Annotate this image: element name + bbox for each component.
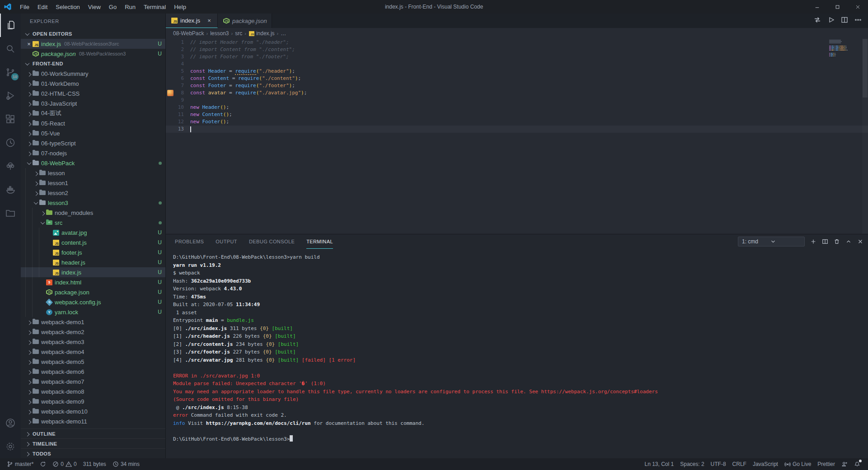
- terminal-shell-selector[interactable]: 1: cmd: [738, 237, 805, 247]
- code-line-4[interactable]: 4: [166, 60, 868, 68]
- notifications[interactable]: [851, 461, 863, 468]
- close-icon[interactable]: ×: [25, 41, 33, 47]
- minimize-window-button[interactable]: [807, 0, 827, 14]
- breadcrumb-item[interactable]: …: [281, 30, 286, 37]
- tree-item-content-js[interactable]: JScontent.jsU: [21, 237, 165, 247]
- section-outline[interactable]: OUTLINE: [21, 428, 165, 438]
- tree-item-webpack-demo10[interactable]: webpack-demo10: [21, 406, 165, 416]
- tree-item-webpack-demo5[interactable]: webpack-demo5: [21, 357, 165, 367]
- tree-item-webpack-demo7[interactable]: webpack-demo7: [21, 377, 165, 386]
- code-line-8[interactable]: 8const avatar = require("./avatar.jpg");: [166, 89, 868, 97]
- new-terminal-button[interactable]: [810, 238, 816, 245]
- code-line-2[interactable]: 2// import Content from "./content";: [166, 46, 868, 53]
- tree-item-02-html-css[interactable]: 02-HTML-CSS: [21, 88, 165, 98]
- workspace-section-header[interactable]: FRONT-END: [21, 59, 165, 69]
- tree-item-yarn-lock[interactable]: Yyarn.lockU: [21, 307, 165, 317]
- activity-project-manager[interactable]: [0, 201, 21, 225]
- breadcrumb-item[interactable]: lesson3: [210, 30, 229, 37]
- git-branch-status[interactable]: master*: [4, 458, 37, 470]
- tree-item-lesson3[interactable]: lesson3: [21, 198, 165, 208]
- code-line-11[interactable]: 11new Content();: [166, 111, 868, 118]
- code-line-10[interactable]: 10new Header();: [166, 104, 868, 111]
- tree-item-04[interactable]: 04-面试: [21, 108, 165, 118]
- activity-account[interactable]: [0, 411, 21, 435]
- tree-item-lesson1[interactable]: lesson1: [21, 178, 165, 188]
- close-panel-button[interactable]: [857, 238, 863, 245]
- sync-status[interactable]: [37, 458, 49, 470]
- tree-item-webpack-demo8[interactable]: webpack-demo8: [21, 386, 165, 396]
- minimap[interactable]: [829, 40, 861, 58]
- problems-status[interactable]: 00: [49, 458, 80, 470]
- activity-todo-tree[interactable]: [0, 154, 21, 178]
- tree-item-webpack-demo9[interactable]: webpack-demo9: [21, 396, 165, 406]
- open-editor-index-js[interactable]: ×JSindex.js08-WebPack\lesson3\srcU: [21, 39, 165, 49]
- go-live[interactable]: Go Live: [781, 461, 814, 467]
- tree-item-05-react[interactable]: 05-React: [21, 118, 165, 128]
- more-actions-button[interactable]: [854, 16, 862, 25]
- cursor-position[interactable]: Ln 13, Col 1: [641, 461, 677, 467]
- menu-help[interactable]: Help: [170, 2, 190, 12]
- activity-run-debug[interactable]: [0, 84, 21, 107]
- activity-extensions[interactable]: [0, 107, 21, 131]
- split-terminal-button[interactable]: [822, 238, 828, 245]
- prettier[interactable]: Prettier: [814, 461, 838, 467]
- tree-item-package-json[interactable]: JSpackage.jsonU: [21, 287, 165, 297]
- activity-settings[interactable]: [0, 435, 21, 458]
- menu-run[interactable]: Run: [121, 2, 139, 12]
- file-size-status[interactable]: 311 bytes: [80, 458, 109, 470]
- code-line-9[interactable]: 9: [166, 97, 868, 104]
- split-editor-button[interactable]: [841, 16, 848, 25]
- tab-index-js[interactable]: JSindex.js×: [166, 14, 218, 28]
- section-timeline[interactable]: TIMELINE: [21, 438, 165, 448]
- open-editors-header[interactable]: OPEN EDITORS: [21, 29, 165, 39]
- tab-package-json[interactable]: JSpackage.json: [218, 14, 272, 28]
- scrollbar-thumb[interactable]: [863, 39, 868, 98]
- close-icon[interactable]: ×: [206, 17, 213, 24]
- encoding[interactable]: UTF-8: [708, 461, 729, 467]
- section-todos[interactable]: TODOS: [21, 448, 165, 458]
- menu-terminal[interactable]: Terminal: [140, 2, 169, 12]
- tree-item-lesson[interactable]: lesson: [21, 168, 165, 178]
- code-line-1[interactable]: 1// import Header from "./header";: [166, 39, 868, 46]
- tree-item-03-javascript[interactable]: 03-JavaScript: [21, 98, 165, 108]
- code-line-6[interactable]: 6const Content = require("./content");: [166, 75, 868, 82]
- timeline-status[interactable]: 34 mins: [109, 458, 143, 470]
- language-mode[interactable]: JavaScript: [750, 461, 781, 467]
- breadcrumb-item[interactable]: 08-WebPack: [173, 30, 204, 37]
- feedback[interactable]: [838, 461, 851, 467]
- tree-item-index-js[interactable]: JSindex.jsU: [21, 267, 165, 277]
- tree-item-header-js[interactable]: JSheader.jsU: [21, 257, 165, 267]
- breadcrumb-item[interactable]: index.js: [256, 30, 275, 37]
- tree-item-webpack-demo1[interactable]: webpack-demo1: [21, 317, 165, 327]
- tree-item-05-vue[interactable]: 05-Vue: [21, 128, 165, 138]
- code-editor[interactable]: 1// import Header from "./header";2// im…: [166, 39, 868, 234]
- activity-explorer[interactable]: [0, 14, 21, 37]
- tree-item-08-webpack[interactable]: 08-WebPack: [21, 158, 165, 168]
- panel-tab-output[interactable]: OUTPUT: [216, 234, 237, 249]
- panel-tab-problems[interactable]: PROBLEMS: [175, 234, 204, 249]
- panel-tab-terminal[interactable]: TERMINAL: [306, 234, 333, 249]
- code-line-13[interactable]: 13: [166, 126, 868, 133]
- tree-item-node-modules[interactable]: node_modules: [21, 208, 165, 218]
- tree-item-webpack-demo2[interactable]: webpack-demo2: [21, 327, 165, 337]
- maximize-panel-button[interactable]: [845, 238, 852, 245]
- panel-tab-debug-console[interactable]: DEBUG CONSOLE: [249, 234, 295, 249]
- open-editor-package-json[interactable]: JSpackage.json08-WebPack\lesson3U: [21, 49, 165, 59]
- code-line-3[interactable]: 3// import Footer from "./footer";: [166, 53, 868, 60]
- tree-item-00-worksummary[interactable]: 00-WorkSummary: [21, 69, 165, 79]
- maximize-window-button[interactable]: [827, 0, 848, 14]
- code-line-5[interactable]: 5const Header = require("./header");: [166, 68, 868, 75]
- activity-source-control[interactable]: 10: [0, 60, 21, 84]
- indentation[interactable]: Spaces: 2: [677, 461, 707, 467]
- menu-file[interactable]: File: [16, 2, 33, 12]
- tree-item-07-nodejs[interactable]: 07-nodejs: [21, 148, 165, 158]
- tree-item-06-typescript[interactable]: 06-typeScript: [21, 138, 165, 148]
- open-changes-button[interactable]: [814, 16, 821, 25]
- terminal-output[interactable]: D:\GitHub\Front-End\08-WebPack\lesson3>y…: [166, 249, 868, 458]
- run-button[interactable]: [827, 16, 835, 25]
- tree-item-webpack-demo6[interactable]: webpack-demo6: [21, 367, 165, 377]
- tree-item-index-html[interactable]: 5index.htmlU: [21, 277, 165, 287]
- tree-item-webpack-config-js[interactable]: webpack.config.jsU: [21, 297, 165, 307]
- tree-item-lesson2[interactable]: lesson2: [21, 188, 165, 198]
- kill-terminal-button[interactable]: [834, 238, 840, 245]
